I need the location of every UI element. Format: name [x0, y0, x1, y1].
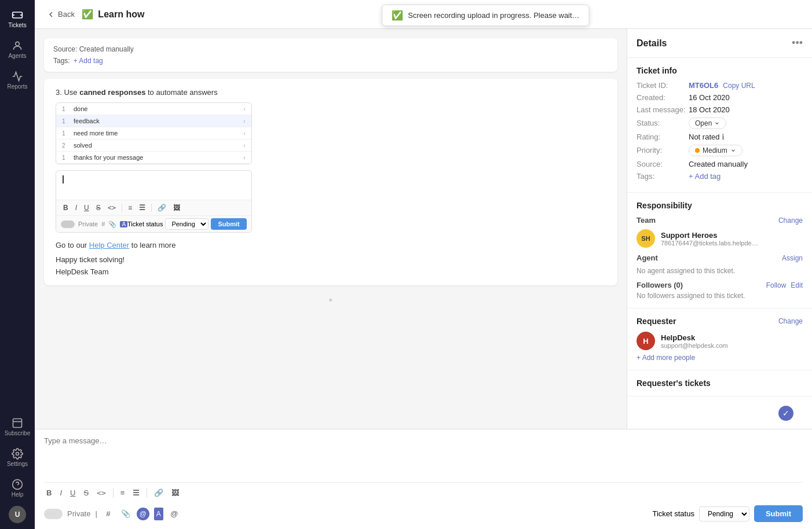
compose-submit-button[interactable]: Submit: [754, 505, 803, 522]
code-button[interactable]: <>: [105, 203, 118, 213]
compose-bold-button[interactable]: B: [44, 487, 54, 498]
requester-tickets-title: Requester's tickets: [637, 379, 803, 388]
compose-ordered-list-button[interactable]: ≡: [118, 487, 127, 498]
toast-message: Screen recording upload in progress. Ple…: [408, 11, 579, 20]
agents-icon: [12, 40, 23, 52]
compose-image-button[interactable]: 🖼: [169, 487, 181, 498]
sidebar-item-subscribe[interactable]: Subscribe: [2, 414, 32, 440]
canned-item-solved[interactable]: 2 solved ›: [56, 139, 251, 152]
compose-link-button[interactable]: 🔗: [152, 487, 166, 498]
priority-row: Priority: Medium: [637, 145, 803, 156]
requester-info: H HelpDesk support@helpdesk.com: [637, 332, 803, 350]
underline-button[interactable]: U: [82, 203, 92, 213]
panel-title: Details: [637, 38, 667, 49]
compose-code-button[interactable]: <>: [94, 487, 108, 498]
compose-unordered-list-button[interactable]: ☰: [130, 487, 142, 498]
compose-input[interactable]: [44, 436, 803, 477]
compose-underline-button[interactable]: U: [68, 487, 78, 498]
svg-rect-4: [13, 419, 22, 428]
change-requester-button[interactable]: Change: [778, 317, 803, 325]
back-arrow-icon: [46, 10, 56, 19]
priority-badge[interactable]: Medium: [689, 145, 742, 156]
help-icon: [12, 479, 23, 490]
more-button[interactable]: •••: [792, 37, 803, 49]
last-message-value: 18 Oct 2020: [689, 105, 730, 114]
message-card-step3: 3. Use canned responses to automate answ…: [44, 79, 617, 285]
add-more-people-button[interactable]: + Add more people: [637, 354, 803, 362]
mini-status-select[interactable]: Pending: [165, 218, 209, 230]
sidebar-item-settings[interactable]: Settings: [2, 444, 32, 471]
compose-toolbar: B I U S <> ≡ ☰ 🔗 🖼: [44, 482, 803, 502]
canned-item-thanks[interactable]: 1 thanks for your message ›: [56, 152, 251, 164]
attachment-icon[interactable]: 📎: [108, 221, 116, 228]
requester-section: Requester Change H HelpDesk support@help…: [627, 308, 812, 370]
canned-item-feedback[interactable]: 1 feedback ›: [56, 115, 251, 127]
add-tag-button[interactable]: + Add tag: [689, 172, 720, 181]
canned-list-items: 1 done › 1 feedback: [56, 103, 251, 164]
compose-attachment-icon[interactable]: 📎: [119, 508, 132, 520]
link-button[interactable]: 🔗: [155, 203, 169, 213]
compose-emoji-icon[interactable]: @: [168, 508, 181, 520]
bold-button[interactable]: B: [61, 203, 71, 213]
mini-submit-button[interactable]: Submit: [211, 218, 246, 230]
reports-icon: [12, 71, 23, 82]
edit-button[interactable]: Edit: [791, 281, 803, 289]
unordered-list-button[interactable]: ☰: [137, 203, 148, 213]
sidebar-item-tickets-label: Tickets: [8, 22, 26, 28]
agent-label: Agent: [637, 254, 658, 262]
compose-strikethrough-button[interactable]: S: [81, 487, 91, 498]
requester-email: support@helpdesk.com: [661, 342, 728, 349]
sidebar-item-help[interactable]: Help: [2, 475, 32, 501]
user-avatar[interactable]: U: [9, 506, 26, 523]
strikethrough-button[interactable]: S: [94, 203, 103, 213]
canned-item-done[interactable]: 1 done ›: [56, 103, 251, 115]
status-badge[interactable]: Open: [689, 117, 726, 129]
compose-text-color-icon[interactable]: A: [154, 508, 163, 520]
settings-icon: [12, 448, 23, 460]
change-team-button[interactable]: Change: [778, 216, 803, 225]
page-title: ✅ Learn how: [82, 9, 144, 20]
italic-button[interactable]: I: [73, 203, 79, 213]
copy-url-button[interactable]: Copy URL: [723, 82, 755, 90]
canned-item-need-more-time[interactable]: 1 need more time ›: [56, 127, 251, 139]
sidebar-item-tickets[interactable]: Tickets: [0, 6, 35, 32]
back-button[interactable]: Back: [46, 10, 75, 19]
last-message-row: Last message: 18 Oct 2020: [637, 105, 803, 114]
svg-point-6: [16, 453, 19, 455]
priority-dot: [695, 148, 700, 153]
happy-text: Happy ticket solving!: [56, 255, 606, 264]
ticket-status-label: Ticket status: [127, 221, 163, 227]
followers-label: Followers (0): [637, 281, 683, 289]
follow-button[interactable]: Follow: [766, 281, 787, 289]
compose-italic-button[interactable]: I: [57, 487, 64, 498]
hashtag-icon[interactable]: #: [101, 221, 105, 227]
chevron-right-icon: ›: [243, 130, 245, 137]
mini-editor-content[interactable]: [56, 171, 251, 200]
private-toggle[interactable]: [61, 221, 75, 228]
compose-mention-icon[interactable]: @: [137, 508, 149, 520]
sidebar-item-reports[interactable]: Reports: [0, 67, 35, 93]
image-button[interactable]: 🖼: [171, 203, 182, 213]
step3-text: 3. Use canned responses to automate answ…: [56, 88, 606, 97]
assign-button[interactable]: Assign: [782, 254, 803, 262]
sidebar-item-agents[interactable]: Agents: [0, 36, 35, 63]
ordered-list-button[interactable]: ≡: [126, 203, 134, 213]
source-value: Created manually: [79, 45, 134, 53]
compose-check-button[interactable]: ✓: [778, 406, 793, 421]
help-center-link[interactable]: Help Center: [89, 241, 129, 249]
chevron-down-icon: [714, 120, 720, 126]
rating-info-icon[interactable]: ℹ: [722, 133, 725, 141]
sidebar-item-help-label: Help: [12, 491, 24, 498]
private-toggle[interactable]: [44, 509, 63, 519]
ticket-id-label: Ticket ID:: [637, 81, 689, 90]
divider: •: [44, 292, 617, 309]
mini-editor-toolbar: B I U S <> ≡ ☰ 🔗 🖼: [56, 200, 251, 215]
followers-actions: Follow Edit: [766, 281, 803, 289]
mini-editor-bottom-left: Private # 📎 A: [61, 221, 127, 228]
add-tag-button[interactable]: + Add tag: [74, 57, 103, 65]
compose-hashtag-icon[interactable]: #: [102, 508, 115, 520]
compose-status-select[interactable]: Pending: [699, 506, 749, 521]
text-color-icon[interactable]: A: [120, 221, 127, 227]
team-name: Support Heroes: [661, 231, 758, 240]
toolbar-separator: [113, 488, 114, 498]
